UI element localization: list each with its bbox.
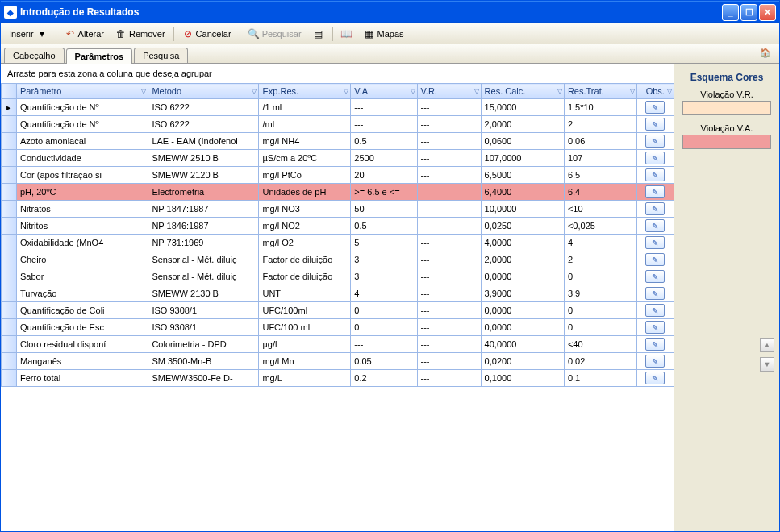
cell-parametro[interactable]: Quantificação de Nº xyxy=(16,99,148,116)
cell-rescalc[interactable]: 6,5000 xyxy=(481,167,564,184)
cell-metodo[interactable]: Sensorial - Mét. diluiç xyxy=(148,268,259,285)
cell-va[interactable]: 0.2 xyxy=(351,370,417,387)
tab-pesquisa[interactable]: Pesquisa xyxy=(134,48,188,63)
cell-rescalc[interactable]: 4,0000 xyxy=(481,235,564,251)
cell-parametro[interactable]: Ferro total xyxy=(16,370,148,387)
cell-expres[interactable]: mg/l PtCo xyxy=(259,167,351,184)
scroll-up-button[interactable]: ▲ xyxy=(760,338,774,352)
cell-expres[interactable]: mg/l Mn xyxy=(259,353,351,370)
group-by-zone[interactable]: Arraste para esta zona a coluna que dese… xyxy=(1,64,674,83)
table-row[interactable]: Cloro residual disponíColorimetria - DPD… xyxy=(2,336,674,353)
tool-button-1[interactable]: ▤ xyxy=(308,27,329,41)
cell-restrat[interactable]: <10 xyxy=(564,201,636,218)
cell-metodo[interactable]: ISO 6222 xyxy=(148,116,259,133)
inserir-button[interactable]: Inserir ▾ xyxy=(4,27,52,41)
cell-expres[interactable]: UFC/100ml xyxy=(259,302,351,319)
row-selector[interactable] xyxy=(2,235,17,251)
row-selector[interactable] xyxy=(2,353,17,370)
col-header-vr[interactable]: V.R.▽ xyxy=(417,84,481,99)
cell-restrat[interactable]: 0 xyxy=(564,319,636,336)
cell-rescalc[interactable]: 40,0000 xyxy=(481,336,564,353)
cell-expres[interactable]: UFC/100 ml xyxy=(259,319,351,336)
cell-restrat[interactable]: 0,06 xyxy=(564,133,636,150)
cell-metodo[interactable]: NP 1847:1987 xyxy=(148,201,259,218)
filter-icon[interactable]: ▽ xyxy=(252,88,257,95)
cell-va[interactable]: >= 6.5 e <= xyxy=(351,184,417,201)
cell-vr[interactable]: --- xyxy=(417,336,481,353)
row-selector[interactable] xyxy=(2,319,17,336)
cell-parametro[interactable]: Quantificação de Coli xyxy=(16,302,148,319)
filter-icon[interactable]: ▽ xyxy=(557,88,562,95)
cell-metodo[interactable]: ISO 9308/1 xyxy=(148,319,259,336)
cell-vr[interactable]: --- xyxy=(417,353,481,370)
obs-button[interactable]: ✎ xyxy=(645,304,665,317)
cell-rescalc[interactable]: 2,0000 xyxy=(481,116,564,133)
cell-va[interactable]: 4 xyxy=(351,285,417,302)
minimize-button[interactable]: _ xyxy=(722,4,739,21)
cell-expres[interactable]: mg/l O2 xyxy=(259,235,351,251)
cell-restrat[interactable]: 0,02 xyxy=(564,353,636,370)
cell-metodo[interactable]: ISO 6222 xyxy=(148,99,259,116)
obs-button[interactable]: ✎ xyxy=(645,101,665,114)
table-row[interactable]: ConductividadeSMEWW 2510 BµS/cm a 20ºC25… xyxy=(2,150,674,167)
cell-parametro[interactable]: Cloro residual disponí xyxy=(16,336,148,353)
cell-rescalc[interactable]: 0,1000 xyxy=(481,370,564,387)
cell-metodo[interactable]: SMEWW 2510 B xyxy=(148,150,259,167)
cell-restrat[interactable]: <40 xyxy=(564,336,636,353)
cell-restrat[interactable]: 3,9 xyxy=(564,285,636,302)
cell-expres[interactable]: Unidades de pH xyxy=(259,184,351,201)
filter-icon[interactable]: ▽ xyxy=(630,88,635,95)
cell-va[interactable]: 2500 xyxy=(351,150,417,167)
cell-va[interactable]: 50 xyxy=(351,201,417,218)
cell-restrat[interactable]: 4 xyxy=(564,235,636,251)
cell-expres[interactable]: Factor de diluição xyxy=(259,251,351,268)
cell-parametro[interactable]: Sabor xyxy=(16,268,148,285)
obs-button[interactable]: ✎ xyxy=(645,185,665,198)
cell-rescalc[interactable]: 0,0000 xyxy=(481,319,564,336)
col-header-va[interactable]: V.A.▽ xyxy=(351,84,417,99)
cell-vr[interactable]: --- xyxy=(417,319,481,336)
row-selector[interactable]: ▸ xyxy=(2,99,17,116)
col-header-expres[interactable]: Exp.Res.▽ xyxy=(259,84,351,99)
obs-button[interactable]: ✎ xyxy=(645,270,665,283)
row-selector[interactable] xyxy=(2,302,17,319)
cell-expres[interactable]: /ml xyxy=(259,116,351,133)
cell-va[interactable]: 0 xyxy=(351,319,417,336)
obs-button[interactable]: ✎ xyxy=(645,236,665,249)
maximize-button[interactable]: ☐ xyxy=(740,4,757,21)
col-header-rescalc[interactable]: Res. Calc.▽ xyxy=(481,84,564,99)
tab-parametros[interactable]: Parâmetros xyxy=(66,48,133,64)
cell-va[interactable]: --- xyxy=(351,336,417,353)
table-row[interactable]: Azoto amoniacalLAE - EAM (Indofenolmg/l … xyxy=(2,133,674,150)
cell-vr[interactable]: --- xyxy=(417,150,481,167)
cell-restrat[interactable]: 1,5*10 xyxy=(564,99,636,116)
table-row[interactable]: CheiroSensorial - Mét. diluiçFactor de d… xyxy=(2,251,674,268)
row-selector[interactable] xyxy=(2,201,17,218)
cell-restrat[interactable]: <0,025 xyxy=(564,218,636,235)
obs-button[interactable]: ✎ xyxy=(645,338,665,351)
cell-va[interactable]: --- xyxy=(351,99,417,116)
cell-vr[interactable]: --- xyxy=(417,235,481,251)
cell-vr[interactable]: --- xyxy=(417,167,481,184)
cell-rescalc[interactable]: 2,0000 xyxy=(481,251,564,268)
cell-metodo[interactable]: SMEWW3500-Fe D- xyxy=(148,370,259,387)
cell-vr[interactable]: --- xyxy=(417,218,481,235)
data-grid[interactable]: Parâmetro▽ Metodo▽ Exp.Res.▽ V.A.▽ V.R.▽… xyxy=(1,83,674,531)
alterar-button[interactable]: ↶ Alterar xyxy=(60,27,109,41)
cell-rescalc[interactable]: 0,0000 xyxy=(481,268,564,285)
table-row[interactable]: NitratosNP 1847:1987mg/l NO350---10,0000… xyxy=(2,201,674,218)
cell-parametro[interactable]: Azoto amoniacal xyxy=(16,133,148,150)
obs-button[interactable]: ✎ xyxy=(645,355,665,368)
obs-button[interactable]: ✎ xyxy=(645,219,665,232)
col-header-parametro[interactable]: Parâmetro▽ xyxy=(16,84,148,99)
cell-parametro[interactable]: Cor (após filtração si xyxy=(16,167,148,184)
cell-metodo[interactable]: NP 1846:1987 xyxy=(148,218,259,235)
remover-button[interactable]: 🗑 Remover xyxy=(111,27,170,41)
cell-expres[interactable]: /1 ml xyxy=(259,99,351,116)
cell-metodo[interactable]: Colorimetria - DPD xyxy=(148,336,259,353)
cell-parametro[interactable]: pH, 20ºC xyxy=(16,184,148,201)
cell-vr[interactable]: --- xyxy=(417,201,481,218)
table-row[interactable]: Ferro totalSMEWW3500-Fe D-mg/L0.2---0,10… xyxy=(2,370,674,387)
cell-metodo[interactable]: SM 3500-Mn-B xyxy=(148,353,259,370)
table-row[interactable]: Quantificação de EscISO 9308/1UFC/100 ml… xyxy=(2,319,674,336)
